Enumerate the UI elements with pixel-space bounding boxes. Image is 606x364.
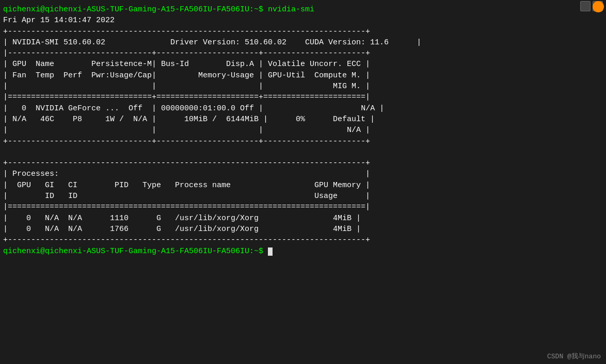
- date-line: Fri Apr 15 14:01:47 2022: [3, 16, 115, 25]
- proc-row-2: | 0 N/A N/A 1766 G /usr/lib/xorg/Xorg 4M…: [3, 225, 361, 234]
- gpu-col-header: | GPU Name Persistence-M| Bus-Id Disp.A …: [3, 60, 370, 69]
- proc-col-header: | GPU GI CI PID Type Process name GPU Me…: [3, 181, 370, 190]
- box-bottom1: +-------------------------------+-------…: [3, 137, 370, 146]
- mig-data-row: | | | N/A |: [3, 126, 370, 135]
- blank-line: [3, 148, 370, 157]
- gpu-data-row: | 0 NVIDIA GeForce ... Off | 00000000:01…: [3, 104, 384, 113]
- proc-header: | Processes: |: [3, 170, 370, 178]
- box-sep1: |-------------------------------+-------…: [3, 49, 370, 58]
- terminal-output: qichenxi@qichenxi-ASUS-TUF-Gaming-A15-FA…: [3, 4, 603, 257]
- mig-col-header: | | | MIG M. |: [3, 82, 370, 91]
- prompt-line: qichenxi@qichenxi-ASUS-TUF-Gaming-A15-FA…: [3, 5, 314, 14]
- orange-indicator: [593, 1, 604, 12]
- proc-row-1: | 0 N/A N/A 1110 G /usr/lib/xorg/Xorg 4M…: [3, 214, 361, 223]
- proc-col-id: | ID ID Usage |: [3, 192, 370, 201]
- cursor: [268, 247, 273, 256]
- watermark: CSDN @我与nano: [547, 352, 601, 361]
- proc-box-bottom: +---------------------------------------…: [3, 236, 370, 244]
- bottom-prompt: qichenxi@qichenxi-ASUS-TUF-Gaming-A15-FA…: [3, 247, 268, 256]
- fan-col-header: | Fan Temp Perf Pwr:Usage/Cap| Memory-Us…: [3, 71, 370, 80]
- btn1[interactable]: [580, 1, 591, 11]
- top-bar: [577, 0, 606, 12]
- smi-header: | NVIDIA-SMI 510.60.02 Driver Version: 5…: [3, 38, 421, 47]
- fan-data-row: | N/A 46C P8 1W / N/A | 10MiB / 6144MiB …: [3, 115, 375, 124]
- terminal-window: qichenxi@qichenxi-ASUS-TUF-Gaming-A15-FA…: [0, 0, 606, 364]
- terminal-content: qichenxi@qichenxi-ASUS-TUF-Gaming-A15-FA…: [0, 2, 606, 259]
- box-sep2: |===============================+=======…: [3, 93, 370, 102]
- box-top: +---------------------------------------…: [3, 27, 370, 36]
- proc-sep: |=======================================…: [3, 203, 370, 211]
- proc-box-top: +---------------------------------------…: [3, 159, 370, 168]
